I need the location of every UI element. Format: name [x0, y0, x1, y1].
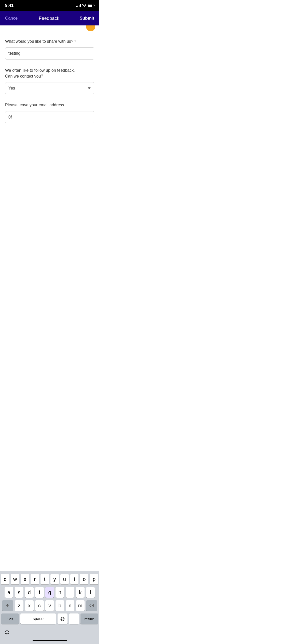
- form-group-feedback: What would you like to share with us? *: [5, 39, 94, 60]
- status-icons: [76, 4, 94, 8]
- nav-title: Feedback: [39, 16, 59, 21]
- submit-button[interactable]: Submit: [79, 16, 94, 21]
- contact-label: We often like to follow up on feedback.C…: [5, 68, 94, 79]
- wifi-icon: [82, 4, 86, 8]
- decoration-container: [0, 25, 99, 33]
- battery-icon: [88, 4, 94, 7]
- signal-icon: [76, 4, 81, 7]
- status-bar: 9:41: [0, 0, 99, 11]
- required-indicator: *: [74, 39, 76, 43]
- status-time: 9:41: [5, 3, 13, 8]
- orange-circle-decoration: [86, 25, 95, 31]
- email-label: Please leave your email address: [5, 102, 94, 108]
- contact-select[interactable]: Yes No: [5, 82, 94, 94]
- form-group-contact: We often like to follow up on feedback.C…: [5, 68, 94, 94]
- feedback-input[interactable]: [5, 47, 94, 60]
- contact-select-wrapper: Yes No: [5, 82, 94, 94]
- feedback-label: What would you like to share with us? *: [5, 39, 94, 44]
- cancel-button[interactable]: Cancel: [5, 16, 19, 21]
- nav-bar: Cancel Feedback Submit: [0, 11, 99, 25]
- form-group-email: Please leave your email address: [5, 102, 94, 123]
- email-input[interactable]: [5, 111, 94, 123]
- form-container: What would you like to share with us? * …: [0, 33, 99, 138]
